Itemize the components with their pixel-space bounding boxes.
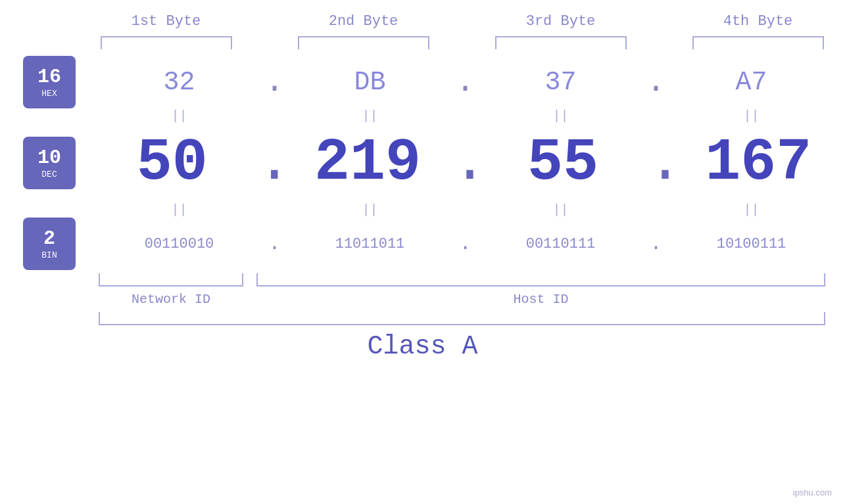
dot-dec-2: . (452, 139, 478, 187)
network-id-label: Network ID (99, 292, 243, 307)
eq-6: || (295, 202, 446, 218)
main-container: 1st Byte 2nd Byte 3rd Byte 4th Byte 16 H… (0, 0, 845, 504)
bracket-top-2 (298, 36, 429, 49)
eq-5: || (104, 202, 255, 218)
byte-header-3: 3rd Byte (485, 13, 637, 30)
bin-badge: 2 BIN (23, 218, 76, 270)
bin-val-3: 00110111 (485, 236, 637, 252)
dec-val-4: 167 (683, 129, 834, 196)
dec-val-2: 219 (292, 129, 443, 196)
top-brackets (68, 36, 846, 49)
bracket-bottom-host (256, 273, 825, 286)
outer-bracket (99, 312, 825, 325)
hex-val-4: A7 (676, 68, 827, 97)
bracket-top-1 (101, 36, 232, 49)
dot-hex-2: . (456, 66, 475, 99)
dot-bin-2: . (456, 234, 475, 254)
hex-val-2: DB (295, 68, 446, 97)
eq-7: || (485, 202, 637, 218)
bracket-bottom-network (99, 273, 243, 286)
bracket-top-3 (495, 36, 627, 49)
hex-val-1: 32 (104, 68, 255, 97)
bracket-top-4 (692, 36, 824, 49)
byte-header-1: 1st Byte (91, 13, 242, 30)
hex-badge: 16 HEX (23, 56, 76, 108)
dot-dec-1: . (256, 139, 283, 187)
dec-badge: 10 DEC (23, 137, 76, 189)
dot-dec-3: . (648, 139, 674, 187)
byte-headers: 1st Byte 2nd Byte 3rd Byte 4th Byte (68, 13, 846, 30)
dot-bin-1: . (265, 234, 285, 254)
watermark: ipshu.com (793, 488, 832, 497)
eq-4: || (676, 108, 827, 124)
byte-header-4: 4th Byte (683, 13, 834, 30)
dot-hex-1: . (265, 66, 285, 99)
byte-header-2: 2nd Byte (288, 13, 439, 30)
dec-val-3: 55 (487, 129, 639, 196)
eq-2: || (295, 108, 446, 124)
hex-val-3: 37 (485, 68, 637, 97)
dec-val-1: 50 (97, 129, 248, 196)
bin-val-4: 10100111 (676, 236, 827, 252)
dot-hex-3: . (646, 66, 666, 99)
class-label: Class A (0, 332, 845, 361)
eq-1: || (104, 108, 255, 124)
bin-val-2: 11011011 (295, 236, 446, 252)
eq-3: || (485, 108, 637, 124)
dot-bin-3: . (646, 234, 666, 254)
bin-val-1: 00110010 (104, 236, 255, 252)
host-id-label: Host ID (256, 292, 825, 307)
eq-8: || (676, 202, 827, 218)
